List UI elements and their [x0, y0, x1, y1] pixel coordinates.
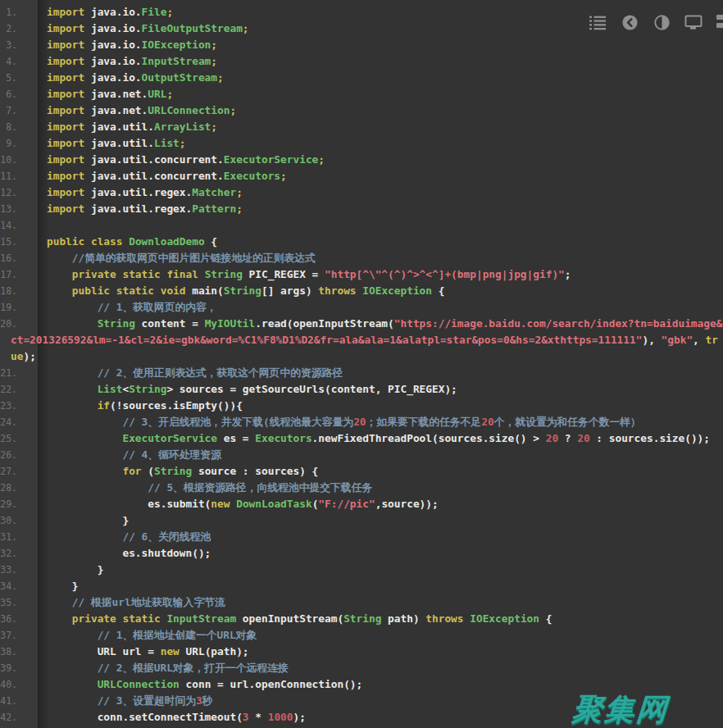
line-number: 13.: [0, 201, 17, 217]
line-number: 6.: [0, 86, 17, 102]
code-line: 27. for (String source : sources) {: [0, 463, 723, 480]
code-text: import java.net.URLConnection;: [47, 104, 236, 116]
line-number: 5.: [0, 70, 17, 86]
code-line: 15.public class DownloadDemo {: [0, 234, 723, 250]
code-text: //简单的获取网页中图片图片链接地址的正则表达式: [47, 252, 316, 264]
code-lines: 1.import java.io.File;2.import java.io.F…: [0, 4, 723, 726]
line-number: 4.: [0, 53, 17, 70]
code-text: // 1、根据地址创建一个URL对象: [47, 629, 257, 641]
code-text: es.shutdown();: [47, 547, 211, 559]
line-number: 18.: [0, 283, 17, 299]
code-text: import java.io.IOException;: [47, 39, 217, 51]
line-number: 12.: [0, 184, 17, 201]
code-text: import java.util.concurrent.ExecutorServ…: [47, 153, 325, 166]
code-text: import java.io.FileOutputStream;: [47, 22, 249, 34]
code-line: 36. private static InputStream openInput…: [0, 611, 723, 627]
code-text: // 5、根据资源路径，向线程池中提交下载任务: [47, 481, 372, 494]
line-number: 37.: [0, 627, 17, 644]
code-text: import java.util.regex.Pattern;: [47, 202, 243, 215]
code-text: // 4、循环处理资源: [47, 448, 221, 461]
line-number: 11.: [0, 168, 17, 184]
code-line: 5.import java.io.OutputStream;: [0, 70, 723, 86]
line-number: 30.: [0, 512, 17, 529]
code-text: import java.net.URL;: [47, 88, 173, 100]
code-text: }: [47, 580, 79, 592]
code-text: private static final String PIC_REGEX = …: [47, 268, 571, 280]
code-text: import java.util.List;: [47, 137, 186, 149]
code-text: // 3、开启线程池，并发下载(线程池最大容量为20；如果要下载的任务不足20个…: [47, 416, 641, 428]
code-line: 39. // 2、根据URL对象，打开一个远程连接: [0, 660, 723, 676]
code-line: 24. // 3、开启线程池，并发下载(线程池最大容量为20；如果要下载的任务不…: [0, 414, 723, 430]
list-icon[interactable]: [589, 13, 607, 31]
code-line: 28. // 5、根据资源路径，向线程池中提交下载任务: [0, 480, 723, 496]
code-text: import java.io.File;: [47, 6, 173, 18]
code-line: 37. // 1、根据地址创建一个URL对象: [0, 627, 723, 644]
line-number: 40.: [0, 676, 17, 693]
code-line: 19. // 1、获取网页的内容，: [0, 299, 723, 316]
code-line: 10.import java.util.concurrent.ExecutorS…: [0, 152, 723, 168]
line-number: 35.: [0, 594, 17, 611]
code-text: private static InputStream openInputStre…: [47, 612, 552, 625]
line-number: 38.: [0, 644, 17, 660]
line-number: 17.: [0, 266, 17, 283]
code-line: 11.import java.util.concurrent.Executors…: [0, 168, 723, 184]
line-number: 31.: [0, 529, 17, 545]
code-text: if(!sources.isEmpty()){: [47, 399, 243, 412]
line-number: 34.: [0, 578, 17, 594]
line-number: 10.: [0, 152, 17, 168]
code-line: 23. if(!sources.isEmpty()){: [0, 398, 723, 414]
line-number: 19.: [0, 299, 17, 316]
clipped-icon[interactable]: [716, 15, 723, 33]
code-line: 14.: [0, 217, 723, 234]
code-editor: 1.import java.io.File;2.import java.io.F…: [0, 0, 723, 726]
line-number: 2.: [0, 20, 17, 37]
monitor-icon[interactable]: [684, 13, 703, 31]
code-text: public class DownloadDemo {: [47, 235, 217, 248]
code-text: // 根据url地址获取输入字节流: [47, 596, 225, 608]
code-text: URLConnection conn = url.openConnection(…: [47, 678, 362, 690]
code-text: ExecutorService es = Executors.newFixedT…: [47, 432, 710, 444]
line-number: 36.: [0, 611, 17, 627]
code-text: import java.io.InputStream;: [47, 55, 217, 67]
line-number: 24.: [0, 414, 17, 430]
code-line: 18. public static void main(String[] arg…: [0, 283, 723, 299]
code-text: import java.util.ArrayList;: [47, 121, 217, 133]
code-text: String content = MyIOUtil.read(openInput…: [11, 317, 722, 362]
line-number: 27.: [0, 463, 17, 480]
back-icon[interactable]: [621, 13, 639, 31]
code-line: 32. es.shutdown();: [0, 545, 723, 562]
line-number: 39.: [0, 660, 17, 676]
line-number: 29.: [0, 496, 17, 512]
code-line: 4.import java.io.InputStream;: [0, 53, 723, 70]
line-number: 26.: [0, 447, 17, 463]
code-line: 35. // 根据url地址获取输入字节流: [0, 594, 723, 611]
line-number: 14.: [0, 217, 17, 234]
line-number: 28.: [0, 480, 17, 496]
code-text: List<String> sources = getSourceUrls(con…: [47, 383, 457, 395]
code-text: // 3、设置超时间为3秒: [47, 694, 213, 707]
line-number: 32.: [0, 545, 17, 562]
line-number: 20.: [0, 316, 17, 332]
code-text: URL url = new URL(path);: [47, 645, 249, 657]
code-text: public static void main(String[] args) t…: [47, 284, 444, 297]
code-line: 7.import java.net.URLConnection;: [0, 102, 723, 119]
code-text: }: [47, 563, 103, 576]
code-line: 9.import java.util.List;: [0, 135, 723, 152]
line-number: 23.: [0, 398, 17, 414]
code-line: 34. }: [0, 578, 723, 594]
code-text: }: [47, 514, 129, 526]
code-line: 30. }: [0, 512, 723, 529]
line-number: 1.: [0, 4, 17, 20]
contrast-icon[interactable]: [653, 13, 671, 31]
line-number: 3.: [0, 37, 17, 53]
line-number: 25.: [0, 430, 17, 447]
code-line: 33. }: [0, 562, 723, 578]
code-text: // 2、根据URL对象，打开一个远程连接: [47, 662, 289, 674]
watermark-logo: 聚集网: [571, 689, 669, 728]
code-line: 8.import java.util.ArrayList;: [0, 119, 723, 135]
line-number: 41.: [0, 693, 17, 709]
code-line: 21. // 2、使用正则表达式，获取这个网页中的资源路径: [0, 365, 723, 381]
code-line: 6.import java.net.URL;: [0, 86, 723, 102]
toolbar: [589, 13, 703, 31]
code-text: conn.setConnectTimeout(3 * 1000);: [47, 711, 306, 723]
